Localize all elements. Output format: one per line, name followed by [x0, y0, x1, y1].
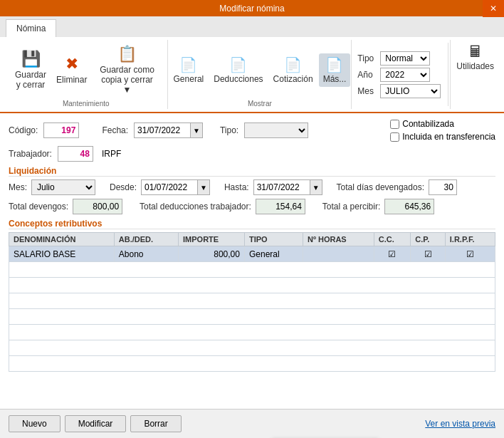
col-denominacion: DENOMINACIÓN	[9, 233, 115, 246]
save-close-button[interactable]: 💾 Guardary cerrar	[11, 46, 50, 93]
cell-irpf: ☑	[445, 246, 495, 262]
col-ab-ded: AB./DED.	[114, 233, 178, 246]
cell-ab-ded: Abono	[114, 246, 178, 262]
close-button[interactable]: ✕	[483, 0, 504, 17]
mas-icon: 📄	[325, 56, 343, 73]
col-importe: IMPORTE	[179, 233, 245, 246]
general-icon: 📄	[179, 56, 197, 73]
utilidades-label: Utilidades	[456, 61, 494, 71]
total-deducciones-input[interactable]	[256, 199, 305, 214]
vista-previa-link[interactable]: Ver en vista previa	[425, 419, 495, 429]
fecha-calendar-btn[interactable]: ▼	[191, 122, 203, 138]
trabajador-label: Trabajador:	[9, 149, 52, 159]
hasta-label: Hasta:	[224, 182, 249, 192]
ribbon-group-mostrar: 📄 General 📄 Deducciones 📄 Cotización 📄 M…	[168, 40, 352, 109]
cell-denominacion: SALARIO BASE	[9, 246, 115, 262]
col-irpf: I.R.P.F.	[445, 233, 495, 246]
desde-input[interactable]	[141, 179, 198, 195]
total-devengos-label: Total devengos:	[9, 202, 68, 212]
trabajador-name: IRPF	[102, 149, 121, 159]
col-cc: C.C.	[374, 233, 411, 246]
deducciones-icon: 📄	[229, 56, 247, 73]
tab-nomina[interactable]: Nómina	[6, 19, 56, 37]
mes-select[interactable]: JULIO ENERO FEBRERO	[380, 84, 441, 98]
table-row[interactable]	[9, 325, 495, 340]
col-cp: C.P.	[411, 233, 446, 246]
transferencia-label: Incluida en transferencia	[402, 132, 495, 142]
dias-input[interactable]	[429, 179, 457, 195]
anio-label: Año	[357, 70, 377, 80]
tipo-row: Tipo Normal Atrasos Extra	[357, 51, 441, 66]
cotizacion-button[interactable]: 📄 Cotización	[269, 53, 317, 87]
codigo-label: Código:	[9, 125, 38, 135]
transferencia-row: Incluida en transferencia	[390, 132, 495, 142]
right-checkboxes: Contabilizada Incluida en transferencia	[390, 119, 495, 142]
tipo-select[interactable]: Normal Atrasos Extra	[380, 51, 430, 66]
trabajador-form-row: Trabajador: IRPF	[9, 146, 495, 162]
ribbon-selects: Tipo Normal Atrasos Extra Año 2022 2021 …	[352, 40, 446, 109]
mostrar-buttons: 📄 General 📄 Deducciones 📄 Cotización 📄 M…	[169, 41, 351, 98]
contabilizada-row: Contabilizada	[390, 119, 495, 129]
hasta-input[interactable]	[253, 179, 310, 195]
mes-liq-select[interactable]: Julio	[31, 179, 95, 195]
mantenimiento-label: Mantenimiento	[63, 98, 110, 108]
contabilizada-label: Contabilizada	[402, 119, 454, 129]
cotizacion-icon: 📄	[284, 56, 302, 73]
save-copy-button[interactable]: 📋 Guardar comocopia y cerrar ▼	[94, 41, 161, 98]
window-title: Modificar nómina	[219, 4, 284, 14]
top-form-row: Código: Fecha: ▼ Tipo: Contabilizada	[9, 119, 495, 142]
total-devengos-input[interactable]	[73, 199, 122, 214]
ribbon-group-mantenimiento: 💾 Guardary cerrar ✖ Eliminar 📋 Guardar c…	[4, 40, 168, 109]
tipo-form-select[interactable]	[244, 122, 308, 138]
cell-cp: ☑	[411, 246, 446, 262]
modificar-button[interactable]: Modificar	[65, 415, 127, 432]
contabilizada-check[interactable]	[390, 120, 399, 129]
save-icon: 💾	[21, 50, 41, 68]
cell-tipo: General	[244, 246, 303, 262]
desde-calendar-btn[interactable]: ▼	[198, 179, 210, 195]
tipo-form-label: Tipo:	[220, 125, 238, 135]
table-row[interactable]	[9, 262, 495, 278]
transferencia-check[interactable]	[390, 132, 399, 142]
table-row[interactable]	[9, 340, 495, 356]
anio-row: Año 2022 2021 2023	[357, 68, 441, 82]
mes-liq-label: Mes:	[9, 182, 27, 192]
mes-row: Mes JULIO ENERO FEBRERO	[357, 84, 441, 98]
separator	[448, 43, 448, 106]
table-row[interactable]: SALARIO BASE Abono 800,00 General ☑ ☑ ☑	[9, 246, 495, 262]
cell-importe: 800,00	[179, 246, 245, 262]
utilidades-icon: 🖩	[468, 43, 483, 61]
nuevo-button[interactable]: Nuevo	[9, 415, 61, 432]
table-row[interactable]	[9, 309, 495, 325]
borrar-button[interactable]: Borrar	[130, 415, 181, 432]
hasta-calendar-btn[interactable]: ▼	[310, 179, 322, 195]
mantenimiento-buttons: 💾 Guardary cerrar ✖ Eliminar 📋 Guardar c…	[11, 41, 160, 98]
trabajador-input[interactable]	[58, 146, 93, 162]
fecha-field: ▼	[134, 122, 203, 138]
main-content: Código: Fecha: ▼ Tipo: Contabilizada	[0, 113, 504, 423]
mes-label: Mes	[357, 86, 377, 96]
table-row[interactable]	[9, 293, 495, 309]
fecha-label: Fecha:	[102, 125, 128, 135]
utilidades-button[interactable]: 🖩 Utilidades	[450, 40, 500, 109]
conceptos-table: DENOMINACIÓN AB./DED. IMPORTE TIPO Nº HO…	[9, 232, 495, 372]
anio-select[interactable]: 2022 2021 2023	[380, 68, 430, 82]
table-row[interactable]	[9, 278, 495, 293]
delete-button[interactable]: ✖ Eliminar	[53, 51, 90, 88]
table-row[interactable]	[9, 356, 495, 372]
total-percibir-label: Total a percibir:	[322, 202, 380, 212]
codigo-input[interactable]	[43, 122, 79, 138]
tipo-label: Tipo	[357, 53, 377, 63]
table-header-row: DENOMINACIÓN AB./DED. IMPORTE TIPO Nº HO…	[9, 233, 495, 246]
cell-cc: ☑	[374, 246, 411, 262]
save-copy-icon: 📋	[117, 45, 137, 63]
desde-label: Desde:	[110, 182, 137, 192]
fecha-input[interactable]	[134, 122, 191, 138]
total-percibir-input[interactable]	[384, 199, 434, 214]
mas-button[interactable]: 📄 Más...	[319, 53, 351, 87]
liquidacion-header: Liquidación	[9, 166, 495, 177]
general-button[interactable]: 📄 General	[169, 53, 209, 87]
ribbon-tabs: Nómina	[0, 16, 504, 37]
deducciones-button[interactable]: 📄 Deducciones	[209, 53, 267, 87]
ribbon-content: 💾 Guardary cerrar ✖ Eliminar 📋 Guardar c…	[0, 37, 504, 113]
